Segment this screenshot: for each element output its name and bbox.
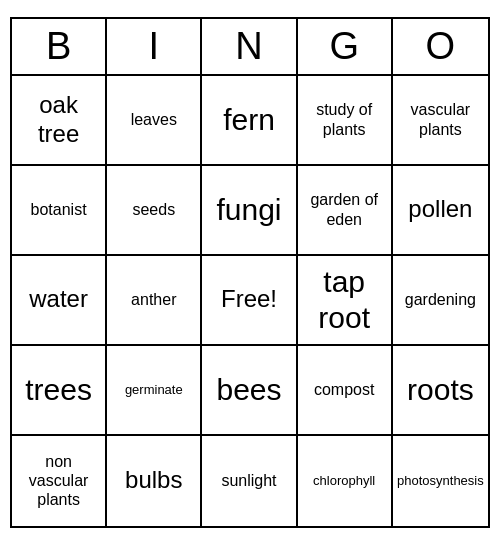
bingo-cell-9: pollen xyxy=(393,166,488,256)
bingo-cell-12: Free! xyxy=(202,256,297,346)
bingo-cell-19: roots xyxy=(393,346,488,436)
header-letter-n: N xyxy=(202,19,297,74)
bingo-cell-14: gardening xyxy=(393,256,488,346)
header-letter-i: I xyxy=(107,19,202,74)
bingo-cell-17: bees xyxy=(202,346,297,436)
bingo-cell-7: fungi xyxy=(202,166,297,256)
bingo-cell-2: fern xyxy=(202,76,297,166)
bingo-cell-4: vascular plants xyxy=(393,76,488,166)
bingo-card: BINGO oak treeleavesfernstudy of plantsv… xyxy=(10,17,490,528)
bingo-cell-3: study of plants xyxy=(298,76,393,166)
bingo-cell-10: water xyxy=(12,256,107,346)
bingo-cell-5: botanist xyxy=(12,166,107,256)
bingo-cell-6: seeds xyxy=(107,166,202,256)
bingo-cell-0: oak tree xyxy=(12,76,107,166)
bingo-cell-15: trees xyxy=(12,346,107,436)
bingo-cell-11: anther xyxy=(107,256,202,346)
bingo-cell-18: compost xyxy=(298,346,393,436)
bingo-cell-8: garden of eden xyxy=(298,166,393,256)
header-letter-b: B xyxy=(12,19,107,74)
bingo-cell-13: tap root xyxy=(298,256,393,346)
bingo-cell-22: sunlight xyxy=(202,436,297,526)
header-letter-g: G xyxy=(298,19,393,74)
bingo-cell-23: chlorophyll xyxy=(298,436,393,526)
bingo-cell-21: bulbs xyxy=(107,436,202,526)
bingo-header: BINGO xyxy=(12,19,488,76)
bingo-cell-16: germinate xyxy=(107,346,202,436)
bingo-cell-24: photosynthesis xyxy=(393,436,488,526)
header-letter-o: O xyxy=(393,19,488,74)
bingo-cell-20: non vascular plants xyxy=(12,436,107,526)
bingo-grid: oak treeleavesfernstudy of plantsvascula… xyxy=(12,76,488,526)
bingo-cell-1: leaves xyxy=(107,76,202,166)
